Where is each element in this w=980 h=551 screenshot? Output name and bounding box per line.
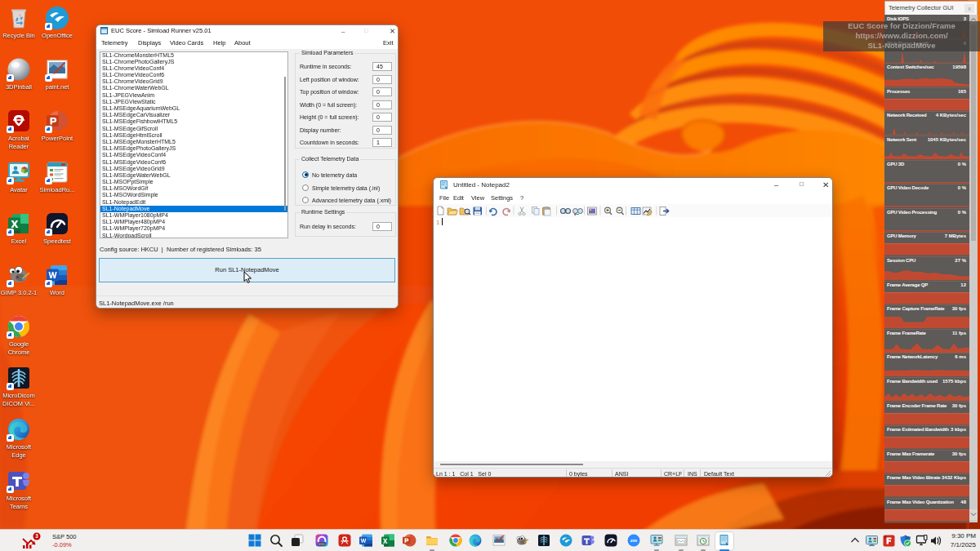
svg-text:zm: zm [630,538,637,543]
svg-text:M365: M365 [318,543,325,546]
svg-text:3: 3 [35,533,38,539]
